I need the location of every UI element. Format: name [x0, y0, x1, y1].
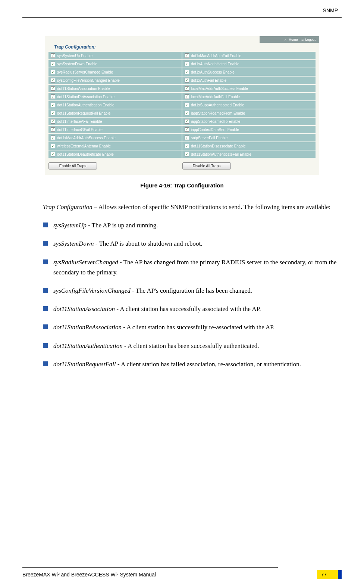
checkbox-icon[interactable]: ✓: [185, 136, 189, 140]
trap-label: iappStationRoamedFrom Enable: [191, 111, 245, 115]
trap-cell: ✓dot1xAuthSuccess Enable: [182, 68, 316, 76]
list-item: dot11StationAssociation - A client stati…: [43, 304, 338, 314]
figure-caption: Figure 4-16: Trap Configuration: [22, 182, 342, 189]
trap-cell: ✓dot11StationReAssociation Enable: [48, 93, 182, 100]
trap-cell: ✓dot1xMacAddrAuthSuccess Enable: [48, 134, 182, 141]
trap-definitions-list: sysSystemUp - The AP is up and running. …: [22, 220, 342, 369]
person-icon: [301, 38, 304, 41]
trap-label: localMacAddrAuthSuccess Enable: [191, 87, 248, 91]
enable-all-traps-button[interactable]: Enable All Traps: [48, 162, 97, 169]
trap-label: sysConfigFileVersionChanged Enable: [57, 78, 120, 83]
checkbox-icon[interactable]: ✓: [51, 127, 55, 132]
checkbox-icon[interactable]: ✓: [185, 94, 189, 99]
list-item: sysConfigFileVersionChanged - The AP's c…: [43, 286, 338, 296]
disable-all-traps-button[interactable]: Disable All Traps: [182, 162, 231, 169]
manual-title: BreezeMAX Wi² and BreezeACCESS Wi² Syste…: [22, 572, 156, 578]
trap-cell: ✓sysSystemDown Enable: [48, 60, 182, 68]
trap-label: iappContextDataSent Enable: [191, 128, 239, 132]
trap-label: iappStationRoamedTo Enable: [191, 119, 240, 124]
trap-cell: ✓sysRadiusServerChanged Enable: [48, 68, 182, 76]
trap-cell: ✓dot11StationDeautheticate Enable: [48, 150, 182, 158]
trap-cell: ✓localMacAddrAuthFail Enable: [182, 93, 316, 100]
trap-cell: ✓localMacAddrAuthSuccess Enable: [182, 85, 316, 92]
checkbox-icon[interactable]: ✓: [51, 62, 55, 66]
checkbox-icon[interactable]: ✓: [185, 111, 189, 115]
home-icon: [284, 38, 288, 41]
list-item: sysRadiusServerChanged - The AP has chan…: [43, 257, 338, 277]
trap-label: dot1xAuthNotInitiated Enable: [191, 62, 239, 66]
checkbox-icon[interactable]: ✓: [185, 103, 189, 107]
list-item: dot11StationReAssociation - A client sta…: [43, 322, 338, 332]
section-header: SNMP: [22, 7, 342, 16]
trap-label: dot11StationAssociation Enable: [57, 87, 110, 91]
intro-term: Trap Configuration: [43, 203, 92, 211]
trap-cell: ✓iappContextDataSent Enable: [182, 126, 316, 133]
list-item: dot11StationAuthentication - A client st…: [43, 341, 338, 351]
trap-cell: ✓dot11StationAuthentication Enable: [48, 101, 182, 109]
list-item: sysSystemUp - The AP is up and running.: [43, 220, 338, 230]
trap-label: dot1xAuthSuccess Enable: [191, 70, 235, 74]
intro-paragraph: Trap Configuration – Allows selection of…: [22, 202, 342, 212]
checkbox-icon[interactable]: ✓: [185, 144, 189, 148]
checkbox-icon[interactable]: ✓: [185, 78, 189, 83]
topbar-home[interactable]: Home: [284, 38, 298, 41]
trap-cell: ✓dot1xAuthNotInitiated Enable: [182, 60, 316, 68]
trap-label: sysSystemUp Enable: [57, 54, 92, 58]
page-footer: BreezeMAX Wi² and BreezeACCESS Wi² Syste…: [22, 567, 342, 579]
checkbox-icon[interactable]: ✓: [185, 62, 189, 66]
topbar-logout[interactable]: Logout: [301, 38, 316, 41]
trap-cell: ✓sntpServerFail Enable: [182, 134, 316, 141]
trap-grid: ✓sysSystemUp Enable ✓dot1xMacAddrAuthFai…: [45, 52, 319, 160]
checkbox-icon[interactable]: ✓: [185, 119, 189, 124]
checkbox-icon[interactable]: ✓: [185, 70, 189, 74]
checkbox-icon[interactable]: ✓: [51, 103, 55, 107]
checkbox-icon[interactable]: ✓: [51, 94, 55, 99]
trap-cell: ✓dot1xAuthFail Enable: [182, 77, 316, 84]
trap-cell: ✓iappStationRoamedTo Enable: [182, 118, 316, 125]
checkbox-icon[interactable]: ✓: [51, 144, 55, 148]
trap-label: dot11StationDeautheticate Enable: [57, 152, 114, 156]
trap-label: dot11StationAuthentication Enable: [57, 103, 114, 107]
trap-label: dot11InterfaceGFail Enable: [57, 128, 103, 132]
trap-label: sysRadiusServerChanged Enable: [57, 70, 113, 74]
checkbox-icon[interactable]: ✓: [185, 86, 189, 91]
trap-label: dot1xAuthFail Enable: [191, 78, 226, 83]
checkbox-icon[interactable]: ✓: [185, 127, 189, 132]
list-item: dot11StationRequestFail - A client stati…: [43, 359, 338, 369]
checkbox-icon[interactable]: ✓: [51, 70, 55, 74]
page-number: 77: [317, 570, 342, 579]
checkbox-icon[interactable]: ✓: [51, 86, 55, 91]
trap-label: dot1xMacAddrAuthSuccess Enable: [57, 136, 116, 140]
screenshot-topbar: Home Logout: [260, 36, 319, 43]
trap-cell: ✓dot11StationRequestFail Enable: [48, 109, 182, 117]
trap-cell: ✓dot11StationAuthenticateFail Enable: [182, 150, 316, 158]
trap-label: localMacAddrAuthFail Enable: [191, 95, 240, 99]
figure-screenshot: Home Logout Trap Configuration: ✓sysSyst…: [45, 36, 319, 175]
trap-label: dot11InterfaceAFail Enable: [57, 119, 102, 124]
trap-cell: ✓iappStationRoamedFrom Enable: [182, 109, 316, 117]
trap-label: sntpServerFail Enable: [191, 136, 228, 140]
trap-label: wirelessExternalAntenna Enable: [57, 144, 111, 148]
checkbox-icon[interactable]: ✓: [185, 152, 189, 156]
header-rule: [22, 17, 342, 18]
trap-label: dot11StationAuthenticateFail Enable: [191, 152, 251, 156]
trap-cell: ✓dot11StationAssociation Enable: [48, 85, 182, 92]
trap-label: dot11StationDisassociate Enable: [191, 144, 246, 148]
list-item: sysSystemDown - The AP is about to shutd…: [43, 239, 338, 249]
checkbox-icon[interactable]: ✓: [51, 152, 55, 156]
trap-cell: ✓dot11StationDisassociate Enable: [182, 142, 316, 150]
checkbox-icon[interactable]: ✓: [51, 111, 55, 115]
checkbox-icon[interactable]: ✓: [51, 119, 55, 124]
trap-cell: ✓dot11InterfaceAFail Enable: [48, 118, 182, 125]
checkbox-icon[interactable]: ✓: [185, 53, 189, 58]
checkbox-icon[interactable]: ✓: [51, 78, 55, 83]
trap-label: dot11StationRequestFail Enable: [57, 111, 110, 115]
trap-cell: ✓wirelessExternalAntenna Enable: [48, 142, 182, 150]
trap-label: dot1xSuppAuthenticated Enable: [191, 103, 244, 107]
trap-cell: ✓dot1xSuppAuthenticated Enable: [182, 101, 316, 109]
checkbox-icon[interactable]: ✓: [51, 136, 55, 140]
trap-label: dot11StationReAssociation Enable: [57, 95, 114, 99]
trap-cell: ✓sysSystemUp Enable: [48, 52, 182, 59]
checkbox-icon[interactable]: ✓: [51, 53, 55, 58]
trap-cell: ✓dot11InterfaceGFail Enable: [48, 126, 182, 133]
